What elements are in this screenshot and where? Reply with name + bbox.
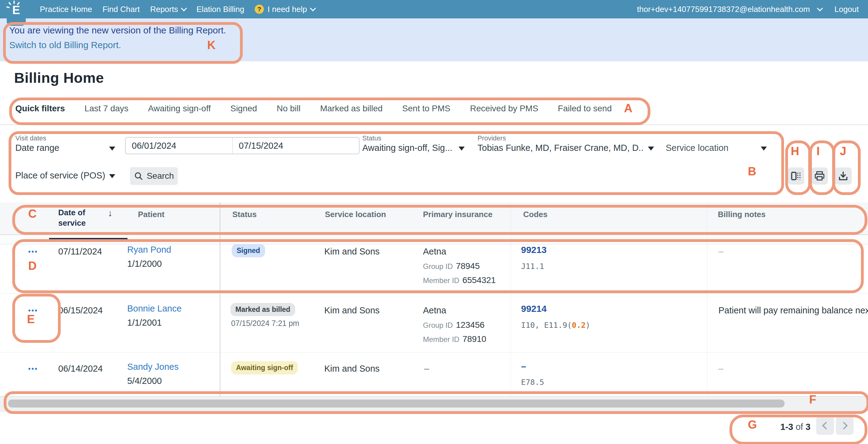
chevron-left-icon (822, 422, 830, 429)
cell-service-location: Kim and Sons (324, 364, 380, 374)
pagination-range: 1-3 of 3 (780, 422, 810, 432)
status-select[interactable]: Awaiting sign-off, Sig... (362, 143, 453, 153)
row-actions-menu[interactable]: ••• (28, 365, 38, 373)
annotation-letter-a: A (624, 102, 632, 115)
elation-logo[interactable]: E (7, 0, 26, 26)
providers-select[interactable]: Tobias Funke, MD, Fraiser Crane, MD, D..… (477, 143, 643, 153)
cpt-code-link[interactable]: – (521, 361, 526, 372)
column-header-date-of-service[interactable]: Date of service (58, 207, 101, 228)
cell-patient-dob: 5/4/2000 (127, 376, 162, 386)
logout-button[interactable]: Logout (834, 5, 859, 14)
cell-date-of-service: 06/15/2024 (58, 305, 103, 316)
icd-codes: E78.5 (521, 378, 544, 387)
quick-filter-marked-as-billed[interactable]: Marked as billed (320, 103, 382, 114)
download-button[interactable] (835, 168, 852, 185)
pagination-next-button[interactable] (836, 416, 854, 435)
chevron-right-icon (840, 422, 847, 429)
quick-filter-awaiting-sign-off[interactable]: Awaiting sign-off (148, 103, 211, 114)
annotation-letter-d: D (28, 259, 36, 273)
date-from-input[interactable]: 06/01/2024 (125, 137, 240, 154)
dropdown-caret-icon[interactable] (459, 147, 465, 151)
row-actions-menu[interactable]: ••• (28, 307, 38, 315)
insurance-group-line: Group ID78945 (423, 261, 480, 271)
pinned-scrollbar-thumb[interactable] (49, 238, 127, 242)
print-button[interactable] (811, 168, 828, 185)
cell-insurance-name: Aetna (423, 246, 446, 257)
patient-link[interactable]: Ryan Pond (127, 245, 171, 255)
nav-help[interactable]: ? I need help (255, 5, 315, 14)
quick-filter-signed[interactable]: Signed (230, 103, 257, 114)
icd-codes: I10, E11.9(0.2) (521, 321, 590, 330)
visit-dates-select[interactable]: Date range (15, 143, 59, 153)
status-badge: Marked as billed (230, 303, 295, 316)
cpt-code-link[interactable]: 99213 (521, 245, 547, 255)
user-email-menu[interactable]: thor+dev+140775991738372@elationhealth.c… (637, 5, 810, 14)
table-bottom-border (0, 396, 868, 397)
pinned-scroll-gutter (0, 235, 868, 244)
horizontal-scrollbar-thumb[interactable] (8, 399, 785, 408)
quick-filter-failed-to-send[interactable]: Failed to send (558, 103, 612, 114)
date-to-input[interactable]: 07/15/2024 (232, 137, 360, 154)
status-detail: 07/15/2024 7:21 pm (231, 319, 299, 328)
cell-insurance-name: Aetna (423, 305, 446, 316)
dropdown-caret-icon[interactable] (648, 147, 654, 151)
column-header-primary-insurance[interactable]: Primary insurance (423, 210, 493, 219)
pagination-prev-button[interactable] (816, 416, 834, 435)
group-id-value: 123456 (456, 320, 484, 330)
logo-ray (8, 2, 11, 5)
print-icon (814, 171, 825, 181)
download-icon (838, 171, 848, 181)
switch-old-report-link[interactable]: Switch to old Billing Report. (9, 40, 121, 50)
cpt-code-link[interactable]: 99214 (521, 303, 547, 314)
cell-billing-notes: – (718, 246, 723, 257)
status-label: Status (362, 134, 381, 142)
quick-filter-last-7-days[interactable]: Last 7 days (85, 103, 128, 114)
nav-practice-home[interactable]: Practice Home (40, 5, 92, 14)
nav-find-chart[interactable]: Find Chart (103, 5, 140, 14)
group-id-label: Group ID (423, 321, 453, 329)
column-header-status[interactable]: Status (232, 210, 256, 219)
member-id-label: Member ID (423, 276, 459, 285)
nav-reports[interactable]: Reports (150, 5, 186, 14)
patient-link[interactable]: Bonnie Lance (127, 303, 181, 314)
column-header-patient[interactable]: Patient (138, 210, 164, 219)
quick-filter-sent-to-pms[interactable]: Sent to PMS (402, 103, 450, 114)
annotation-box-e (12, 294, 61, 343)
manage-columns-button[interactable] (788, 168, 804, 185)
quick-filters-label: Quick filters (15, 103, 65, 114)
quick-filter-received-by-pms[interactable]: Received by PMS (470, 103, 538, 114)
page-title: Billing Home (14, 69, 104, 86)
cell-insurance-name: – (424, 364, 429, 374)
help-icon: ? (255, 5, 264, 14)
dropdown-caret-icon[interactable] (109, 174, 115, 178)
place-of-service-select[interactable]: Place of service (POS) (15, 171, 105, 181)
column-header-service-location[interactable]: Service location (325, 210, 386, 219)
sort-desc-icon[interactable]: ↓ (108, 208, 113, 218)
cell-service-location: Kim and Sons (324, 246, 380, 257)
search-button-label: Search (147, 171, 174, 181)
dropdown-caret-icon[interactable] (761, 147, 767, 151)
cell-billing-notes: – (718, 364, 723, 374)
dropdown-caret-icon[interactable] (109, 147, 115, 151)
quick-filter-no-bill[interactable]: No bill (277, 103, 301, 114)
top-nav: Practice Home Find Chart Reports Elation… (0, 0, 868, 19)
column-header-codes[interactable]: Codes (523, 210, 548, 219)
row-actions-menu[interactable]: ••• (28, 248, 38, 256)
search-button[interactable]: Search (130, 167, 178, 185)
providers-label: Providers (477, 134, 506, 142)
group-id-value: 78945 (456, 261, 480, 271)
nav-elation-billing[interactable]: Elation Billing (196, 5, 244, 14)
icd-modifier: 0.2 (572, 321, 586, 330)
quick-filters-row: Quick filters Last 7 days Awaiting sign-… (15, 103, 612, 114)
service-location-select[interactable]: Service location (666, 143, 728, 153)
new-version-banner: You are viewing the new version of the B… (0, 19, 868, 61)
member-id-value: 6554321 (463, 275, 496, 285)
logo-ray (13, 1, 15, 4)
cell-service-location: Kim and Sons (324, 305, 380, 316)
annotation-letter-e: E (27, 313, 35, 326)
chevron-down-icon (310, 5, 316, 11)
column-header-billing-notes[interactable]: Billing notes (718, 210, 766, 219)
patient-link[interactable]: Sandy Jones (127, 362, 179, 372)
icd-post: ) (586, 321, 590, 330)
status-badge: Awaiting sign-off (231, 361, 298, 375)
